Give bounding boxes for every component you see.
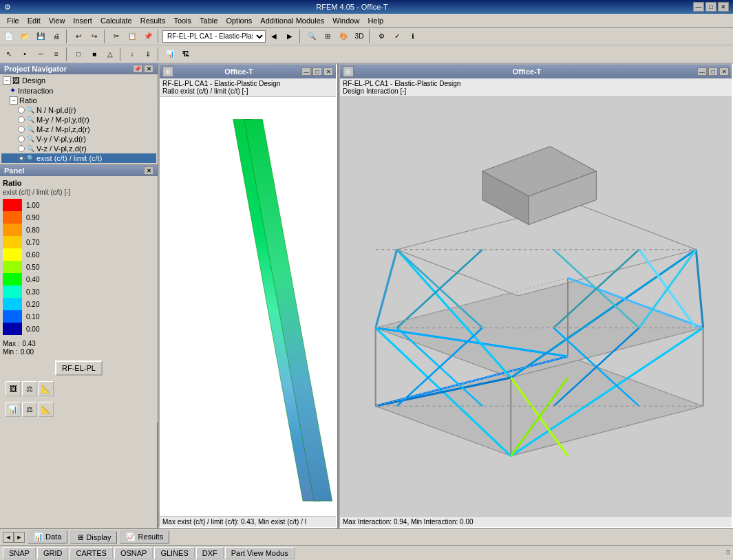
tb2-design[interactable]: 🏗 [178, 47, 193, 62]
sep5 [369, 30, 372, 43]
tb2-load[interactable]: ↓ [125, 47, 140, 62]
menu-additional-modules[interactable]: Additional Modules [256, 15, 328, 26]
tb-save[interactable]: 💾 [33, 29, 48, 44]
tree-label-mz: M-z / M-pl,z,d(r) [36, 125, 90, 133]
tb-new[interactable]: 📄 [1, 29, 17, 44]
tb-fit[interactable]: ⊞ [320, 29, 335, 44]
toggle-design[interactable]: − [3, 76, 11, 85]
tab-results[interactable]: 📈 Results [120, 530, 169, 543]
glines-btn[interactable]: GLINES [154, 547, 194, 559]
menu-results[interactable]: Results [136, 15, 170, 26]
tree-item-interaction[interactable]: ✦ Interaction [1, 85, 156, 96]
ratio-viz-svg [160, 97, 336, 516]
menu-tools[interactable]: Tools [169, 15, 195, 26]
nav-pin[interactable]: 📌 [133, 65, 142, 73]
menu-view[interactable]: View [45, 15, 70, 26]
tb2-member[interactable]: ≡ [49, 47, 64, 62]
toolbar2: ↖ • ─ ≡ □ ■ △ ↓ ⇓ 📊 🏗 [0, 45, 733, 63]
tb-undo[interactable]: ↩ [71, 29, 86, 44]
tree-item-n[interactable]: 🔍 N / N-pl,d(r) [1, 105, 156, 115]
child-status-interaction: Max Interaction: 0.94, Min Interaction: … [340, 516, 732, 527]
tb-render[interactable]: 🎨 [336, 29, 351, 44]
snap-btn[interactable]: SNAP [3, 547, 36, 559]
panel-close[interactable]: ✕ [144, 166, 153, 175]
radio-mz[interactable] [18, 126, 25, 133]
grid-btn[interactable]: GRID [37, 547, 69, 559]
tb2-load2[interactable]: ⇓ [140, 47, 156, 62]
tb-paste[interactable]: 📌 [140, 29, 156, 44]
cartes-btn[interactable]: CARTES [70, 547, 112, 559]
minimize-button[interactable]: — [693, 2, 704, 12]
panel-icon-image[interactable]: 🖼 [6, 381, 21, 396]
case-combo[interactable]: RF-EL-PL CA1 - Elastic-Plastic... [162, 30, 266, 43]
child-close-interaction[interactable]: ✕ [719, 67, 729, 76]
panel-header: Panel ✕ [0, 165, 158, 176]
tb-zoom[interactable]: 🔍 [304, 29, 319, 44]
app-title: RFEM 4.05 - Office-T [11, 3, 693, 11]
tb-check[interactable]: ✓ [390, 29, 405, 44]
tb2-node[interactable]: • [17, 47, 32, 62]
panel-info-btn[interactable]: 📐 [39, 402, 54, 417]
menu-window[interactable]: Window [328, 15, 363, 26]
tb2-result[interactable]: 📊 [162, 47, 178, 62]
tb2-line[interactable]: ─ [33, 47, 48, 62]
tree-item-ct[interactable]: 🔍 exist (c/t) / limit (c/t) [1, 153, 156, 163]
stat-min-row: Min : 0.00 [3, 348, 155, 356]
toggle-ratio[interactable]: − [10, 96, 18, 105]
tree-item-vz[interactable]: 🔍 V-z / V-pl,z,d(r) [1, 144, 156, 153]
tree-item-ratio[interactable]: − Ratio [1, 96, 156, 105]
tb-save2[interactable]: 🖨 [49, 29, 64, 44]
menu-insert[interactable]: Insert [69, 15, 96, 26]
radio-my[interactable] [18, 116, 25, 123]
menu-bar: File Edit View Insert Calculate Results … [0, 14, 733, 28]
radio-vy[interactable] [18, 136, 25, 142]
dxf-btn[interactable]: DXF [196, 547, 224, 559]
tb-calc[interactable]: ⚙ [374, 29, 389, 44]
radio-n[interactable] [18, 107, 25, 114]
panel-display-btn[interactable]: ⚖ [22, 402, 37, 417]
tb-redo[interactable]: ↪ [87, 29, 102, 44]
child-minimize-interaction[interactable]: — [697, 67, 707, 76]
tree-item-my[interactable]: 🔍 M-y / M-pl,y,d(r) [1, 115, 156, 125]
child-minimize-ratio[interactable]: — [301, 67, 311, 76]
tb-info[interactable]: ℹ [405, 29, 421, 44]
scale-0.90: 0.90 [26, 211, 39, 224]
menu-options[interactable]: Options [222, 15, 256, 26]
tb-copy[interactable]: 📋 [125, 29, 140, 44]
child-maximize-interaction[interactable]: □ [708, 67, 718, 76]
radio-vz[interactable] [18, 145, 25, 152]
tb-cut[interactable]: ✂ [109, 29, 124, 44]
tab-display[interactable]: 🖥 Display [70, 531, 117, 543]
tb2-surface[interactable]: □ [71, 47, 86, 62]
tb-open[interactable]: 📂 [17, 29, 32, 44]
rfel-button[interactable]: RF-EL-PL [55, 360, 103, 376]
panel-icon-scale[interactable]: ⚖ [22, 381, 37, 396]
child-close-ratio[interactable]: ✕ [323, 67, 333, 76]
tree-item-design[interactable]: − 🖼 Design [1, 76, 156, 85]
panel-icon-measure[interactable]: 📐 [39, 381, 54, 396]
child-maximize-ratio[interactable]: □ [312, 67, 322, 76]
menu-help[interactable]: Help [363, 15, 387, 26]
menu-table[interactable]: Table [195, 15, 222, 26]
tree-item-vy[interactable]: 🔍 V-y / V-pl,y,d(r) [1, 134, 156, 144]
nav-next-btn[interactable]: ► [14, 532, 25, 543]
tb-next[interactable]: ▶ [282, 29, 297, 44]
nav-prev-btn[interactable]: ◄ [3, 532, 14, 543]
close-button[interactable]: ✕ [718, 2, 729, 12]
menu-edit[interactable]: Edit [23, 15, 45, 26]
osnap-btn[interactable]: OSNAP [114, 547, 153, 559]
menu-calculate[interactable]: Calculate [96, 15, 136, 26]
tb-prev[interactable]: ◀ [266, 29, 281, 44]
tb2-support[interactable]: △ [103, 47, 118, 62]
panel-data-btn[interactable]: 📊 [6, 402, 21, 417]
tab-data[interactable]: 📊 Data [28, 530, 67, 543]
nav-close[interactable]: ✕ [144, 65, 153, 73]
maximize-button[interactable]: □ [705, 2, 716, 12]
tb2-solid[interactable]: ■ [87, 47, 102, 62]
radio-ct[interactable] [18, 155, 25, 162]
tb-3d[interactable]: 3D [352, 29, 367, 44]
part-view-btn[interactable]: Part View Modus [225, 547, 295, 559]
menu-file[interactable]: File [3, 15, 23, 26]
tb2-select[interactable]: ↖ [1, 47, 17, 62]
tree-item-mz[interactable]: 🔍 M-z / M-pl,z,d(r) [1, 125, 156, 134]
